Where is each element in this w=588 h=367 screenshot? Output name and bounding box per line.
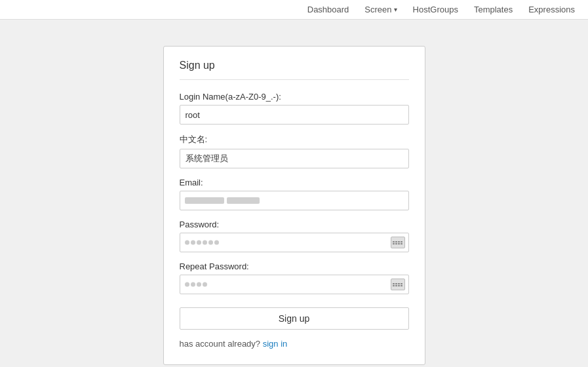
signup-title: Sign up — [180, 60, 409, 80]
repeat-password-label: Repeat Password: — [180, 261, 409, 271]
chinese-name-label: 中文名: — [180, 134, 409, 145]
chevron-down-icon: ▾ — [394, 6, 397, 13]
email-group: Email: — [180, 178, 409, 210]
password-input[interactable] — [180, 233, 409, 252]
password-group: Password: — [180, 220, 409, 252]
login-name-group: Login Name(a-zA-Z0-9_.-): — [180, 92, 409, 125]
nav-label-screen: Screen — [364, 5, 391, 14]
signup-button[interactable]: Sign up — [180, 307, 409, 330]
keyboard-icon-repeat[interactable] — [391, 279, 405, 290]
password-input-wrapper — [180, 233, 409, 252]
nav-item-dashboard[interactable]: Dashboard — [307, 5, 349, 14]
email-input[interactable] — [180, 191, 409, 210]
nav-label-expressions: Expressions — [528, 5, 575, 14]
login-name-input[interactable] — [180, 105, 409, 125]
navbar: Dashboard Screen ▾ HostGroups Templates … — [0, 0, 588, 20]
nav-label-dashboard: Dashboard — [307, 5, 349, 14]
keyboard-icon-password[interactable] — [391, 237, 405, 248]
email-label: Email: — [180, 178, 409, 187]
nav-item-expressions[interactable]: Expressions — [528, 5, 575, 14]
signup-card: Sign up Login Name(a-zA-Z0-9_.-): 中文名: E… — [163, 46, 425, 365]
login-name-label: Login Name(a-zA-Z0-9_.-): — [180, 92, 409, 102]
nav-item-templates[interactable]: Templates — [474, 5, 513, 14]
nav-label-templates: Templates — [474, 5, 513, 14]
chinese-name-group: 中文名: — [180, 134, 409, 168]
repeat-password-input-wrapper — [180, 275, 409, 294]
signin-text-container: has account already? sign in — [180, 339, 409, 349]
signin-link[interactable]: sign in — [263, 339, 288, 349]
password-label: Password: — [180, 220, 409, 229]
repeat-password-group: Repeat Password: — [180, 261, 409, 294]
repeat-password-input[interactable] — [180, 275, 409, 294]
nav-item-hostgroups[interactable]: HostGroups — [413, 5, 458, 14]
keyboard-icon-inner — [393, 241, 402, 244]
nav-item-screen[interactable]: Screen ▾ — [364, 5, 397, 14]
main-content: Sign up Login Name(a-zA-Z0-9_.-): 中文名: E… — [0, 20, 588, 367]
keyboard-icon-inner-2 — [393, 283, 402, 286]
chinese-name-input[interactable] — [180, 149, 409, 168]
nav-label-hostgroups: HostGroups — [413, 5, 458, 14]
has-account-text: has account already? — [180, 339, 261, 349]
email-input-wrapper — [180, 191, 409, 210]
